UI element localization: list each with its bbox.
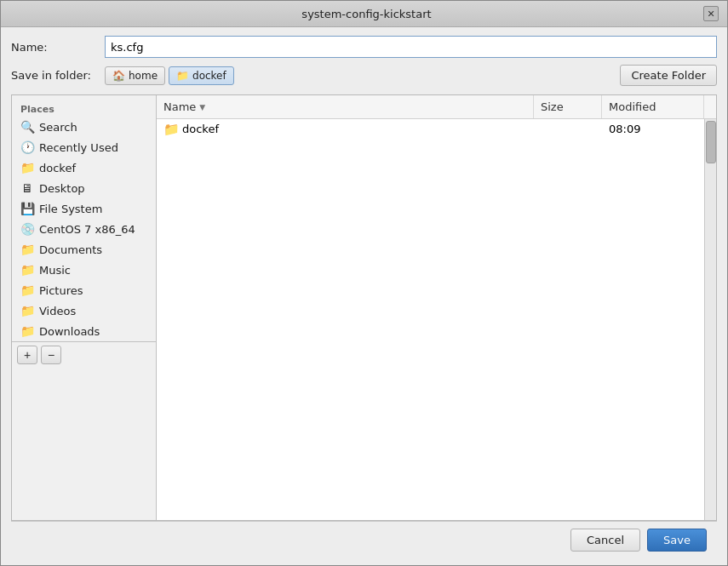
file-list-header: Name ▼ Size Modified <box>157 95 716 119</box>
sidebar-remove-button[interactable]: − <box>41 346 61 364</box>
folder-label: Save in folder: <box>11 69 105 82</box>
folder-row-icon: 📁 <box>163 122 177 135</box>
documents-icon: 📁 <box>20 243 34 256</box>
sort-arrow-icon: ▼ <box>199 103 205 111</box>
folder-row: Save in folder: 🏠 home 📁 dockef Create F… <box>11 65 717 86</box>
create-folder-button[interactable]: Create Folder <box>620 65 717 86</box>
name-input[interactable] <box>105 36 717 58</box>
sidebar-add-remove: + − <box>12 341 156 368</box>
main-panel: Places 🔍 Search 🕐 Recently Used 📁 dockef… <box>11 94 717 521</box>
titlebar: system-config-kickstart ✕ <box>1 1 727 27</box>
home-breadcrumb-button[interactable]: 🏠 home <box>105 66 165 85</box>
pictures-icon: 📁 <box>20 283 34 297</box>
folder-icon: 📁 <box>20 161 34 174</box>
sidebar-item-dockef[interactable]: 📁 dockef <box>12 157 156 178</box>
sidebar-item-label: Downloads <box>39 325 100 338</box>
search-icon: 🔍 <box>20 120 34 134</box>
bottom-bar: Cancel Save <box>11 521 717 558</box>
table-row[interactable]: 📁 dockef 08:09 <box>157 119 704 139</box>
sidebar-item-label: Videos <box>39 305 76 317</box>
name-label: Name: <box>11 41 105 54</box>
sidebar: Places 🔍 Search 🕐 Recently Used 📁 dockef… <box>12 95 157 520</box>
sidebar-item-documents[interactable]: 📁 Documents <box>12 239 156 260</box>
sidebar-item-videos[interactable]: 📁 Videos <box>12 300 156 321</box>
cancel-button[interactable]: Cancel <box>570 529 640 552</box>
downloads-icon: 📁 <box>20 324 34 338</box>
sidebar-item-label: File System <box>39 203 102 215</box>
sidebar-item-label: Desktop <box>39 182 85 195</box>
videos-icon: 📁 <box>20 304 34 317</box>
scrollbar[interactable] <box>704 119 716 520</box>
column-header-modified[interactable]: Modified <box>602 95 704 118</box>
home-icon: 🏠 <box>112 70 125 82</box>
filesystem-icon: 💾 <box>20 202 34 215</box>
column-header-size[interactable]: Size <box>534 95 602 118</box>
file-name-text: dockef <box>182 123 219 135</box>
dialog-title: system-config-kickstart <box>30 8 703 20</box>
scrollbar-thumb[interactable] <box>706 121 716 163</box>
sidebar-section-label: Places <box>12 100 156 117</box>
sidebar-item-label: Music <box>39 264 71 277</box>
sidebar-item-label: Search <box>39 121 77 134</box>
sidebar-item-label: dockef <box>39 162 76 174</box>
sidebar-item-search[interactable]: 🔍 Search <box>12 117 156 137</box>
sidebar-item-file-system[interactable]: 💾 File System <box>12 198 156 219</box>
desktop-icon: 🖥 <box>20 181 34 195</box>
sidebar-item-label: Pictures <box>39 284 83 297</box>
sidebar-add-button[interactable]: + <box>17 346 37 364</box>
close-button[interactable]: ✕ <box>703 6 719 21</box>
music-icon: 📁 <box>20 263 34 277</box>
content-area: Name: Save in folder: 🏠 home 📁 dockef Cr… <box>1 27 727 565</box>
dockef-folder-icon: 📁 <box>176 70 189 82</box>
file-list: 📁 dockef 08:09 <box>157 119 704 520</box>
sidebar-item-label: Documents <box>39 243 102 256</box>
sidebar-item-pictures[interactable]: 📁 Pictures <box>12 280 156 300</box>
sidebar-item-label: Recently Used <box>39 141 118 154</box>
sidebar-item-centos[interactable]: 💿 CentOS 7 x86_64 <box>12 219 156 239</box>
dockef-label: dockef <box>192 70 226 82</box>
sidebar-item-label: CentOS 7 x86_64 <box>39 223 135 236</box>
sidebar-item-music[interactable]: 📁 Music <box>12 260 156 280</box>
sidebar-item-downloads[interactable]: 📁 Downloads <box>12 321 156 341</box>
dockef-breadcrumb-button[interactable]: 📁 dockef <box>169 66 234 85</box>
dialog: system-config-kickstart ✕ Name: Save in … <box>0 0 728 566</box>
file-row-modified: 08:09 <box>602 123 704 135</box>
file-area: Name ▼ Size Modified 📁 <box>157 95 716 520</box>
recently-used-icon: 🕐 <box>20 140 34 154</box>
home-label: home <box>129 70 158 82</box>
name-row: Name: <box>11 36 717 58</box>
sidebar-item-desktop[interactable]: 🖥 Desktop <box>12 178 156 198</box>
folder-buttons: 🏠 home 📁 dockef <box>105 66 620 85</box>
save-button[interactable]: Save <box>647 529 707 552</box>
sidebar-item-recently-used[interactable]: 🕐 Recently Used <box>12 137 156 157</box>
file-row-name: 📁 dockef <box>157 122 534 135</box>
column-header-name[interactable]: Name ▼ <box>157 95 534 118</box>
drive-icon: 💿 <box>20 222 34 236</box>
